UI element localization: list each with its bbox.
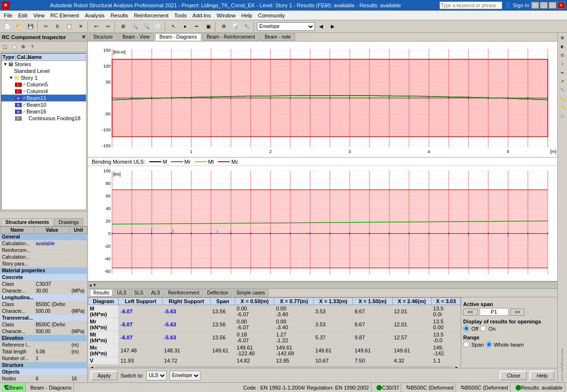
tree-column4[interactable]: C ✓ Column4 [1, 88, 86, 95]
tab-beam-diagrams[interactable]: Beam - Diagrams [155, 33, 201, 41]
prev-span-btn[interactable]: << [463, 308, 478, 316]
right-btn-10[interactable]: ⬚ [559, 112, 567, 120]
tab-beam-view[interactable]: Beam - View [118, 33, 155, 41]
help-btn[interactable]: ? [531, 2, 539, 9]
close-button[interactable]: Close [500, 371, 527, 380]
menu-help[interactable]: Help [239, 12, 255, 19]
toolbar-calc[interactable]: ⚙ [218, 21, 229, 32]
toolbar-prev[interactable]: ◀ [316, 21, 326, 32]
toolbar-zoom-all[interactable]: ⊞ [118, 21, 128, 32]
tree-footing18[interactable]: F Continuous Footing18 [1, 115, 86, 122]
tab-drawings[interactable]: Drawings [55, 218, 84, 226]
inspector-btn2[interactable]: 📋 [10, 42, 18, 51]
inspector-close[interactable]: ✕ [82, 34, 85, 40]
menu-tools[interactable]: Tools [171, 12, 190, 19]
right-btn-8[interactable]: 📐 [559, 95, 567, 102]
switch-to-select[interactable]: ULS SLS [146, 371, 167, 380]
display-off-radio[interactable] [463, 325, 469, 332]
menu-community[interactable]: Community [255, 12, 288, 19]
tree-standard-level[interactable]: Standard Level [1, 68, 86, 74]
res-tab-sls[interactable]: SLS [131, 289, 147, 296]
toolbar-zoom-out[interactable]: 🔍 [141, 21, 152, 32]
apply-button[interactable]: Apply [91, 371, 118, 380]
right-btn-9[interactable]: 📏 [559, 103, 567, 111]
toolbar-new[interactable]: 📄 [2, 21, 13, 32]
res-tab-results[interactable]: Results [90, 289, 113, 296]
right-btn-4[interactable]: ↕ [559, 60, 567, 68]
load-case-select[interactable]: Envelope [257, 22, 315, 31]
right-btn-6[interactable]: ↗ [559, 77, 567, 85]
toolbar-undo[interactable]: ↩ [91, 21, 101, 32]
menu-reinforcement[interactable]: Reinforcement [131, 12, 171, 19]
right-btn-2[interactable]: ◐ [559, 42, 567, 50]
range-span-radio[interactable] [463, 341, 469, 348]
res-tab-uls[interactable]: ULS [113, 289, 129, 296]
results-resize-handle[interactable]: ▲▼ [89, 283, 97, 287]
toolbar-select[interactable]: ↖ [168, 21, 179, 32]
menu-results[interactable]: Results [108, 12, 131, 19]
tree-beam11[interactable]: B ✓ Beam11 [1, 95, 86, 101]
toolbar-next[interactable]: ▶ [327, 21, 338, 32]
toolbar-reinforce[interactable]: 🔧 [241, 21, 252, 32]
menu-view[interactable]: View [30, 12, 48, 19]
table-horiz-scroll[interactable]: ◀ ▶ [88, 364, 461, 368]
inspector-btn3[interactable]: ⚙ [19, 42, 28, 51]
row-mc-span: 149.61 [211, 344, 235, 357]
toolbar-bar[interactable]: ━ [191, 21, 202, 32]
tree-stories[interactable]: ▼ 🏛 Stories [1, 61, 86, 68]
menu-edit[interactable]: Edit [15, 12, 30, 19]
tree-horiz-scroll[interactable] [0, 211, 87, 218]
next-span-btn[interactable]: >> [510, 308, 525, 316]
res-tab-reinforcement[interactable]: Reinforcement [165, 289, 203, 296]
close-btn[interactable]: ✕ [557, 2, 565, 9]
row-v-x6: 1.1 [431, 357, 460, 364]
sign-in-label[interactable]: Sign In [513, 2, 529, 8]
tree-beam16[interactable]: B ✓ Beam16 [1, 108, 86, 115]
range-whole-radio[interactable] [486, 341, 492, 348]
toolbar-node[interactable]: ● [180, 21, 190, 32]
toolbar-redo[interactable]: ↪ [102, 21, 113, 32]
toolbar-save[interactable]: 💾 [25, 21, 36, 32]
menu-add-ins[interactable]: Add-Ins [190, 12, 214, 19]
inspector-btn1[interactable]: 🏠 [0, 42, 9, 51]
tab-beam-note[interactable]: Beam - note [260, 33, 295, 41]
toolbar-paste[interactable]: 📋 [64, 21, 74, 32]
title-search-input[interactable] [439, 1, 502, 9]
toolbar-result[interactable]: 📊 [230, 21, 241, 32]
toolbar-cut[interactable]: ✂ [41, 21, 51, 32]
envelope-select[interactable]: Envelope [170, 371, 200, 380]
concrete-dot: ⬤ [376, 384, 382, 391]
display-on-radio[interactable] [480, 325, 486, 332]
tab-structure[interactable]: Structure [89, 33, 117, 41]
toolbar-zoom-in[interactable]: 🔍 [129, 21, 140, 32]
toolbar-zoom-window[interactable]: ⬜ [153, 21, 163, 32]
minimize-btn[interactable]: _ [540, 2, 548, 9]
toolbar-delete[interactable]: ✕ [75, 21, 86, 32]
right-btn-1[interactable]: ⊞ [559, 34, 567, 42]
menu-analysis[interactable]: Analysis [82, 12, 108, 19]
right-btn-7[interactable]: 🔧 [559, 86, 567, 94]
right-btn-3[interactable]: ⊡ [559, 51, 567, 59]
help-button[interactable]: Help [530, 371, 554, 380]
results-table-wrap[interactable]: Diagram Left Support Right Support Span … [88, 297, 461, 368]
span-input[interactable] [480, 308, 509, 316]
tab-structure-elements[interactable]: Structure elements [1, 218, 54, 226]
tab-beam-reinforcement[interactable]: Beam - Reinforcement [202, 33, 259, 41]
res-tab-simple-cases[interactable]: Simple cases [233, 289, 268, 296]
restore-btn[interactable]: □ [549, 2, 556, 9]
menu-rc-element[interactable]: RC Element [47, 12, 82, 19]
toolbar-copy[interactable]: ⎘ [52, 21, 63, 32]
res-tab-deflection[interactable]: Deflection [204, 289, 232, 296]
right-btn-5[interactable]: ⇔ [559, 69, 567, 76]
toolbar-panel[interactable]: ▣ [203, 21, 213, 32]
results-content: Diagram Left Support Right Support Span … [88, 297, 557, 368]
menu-file[interactable]: File [1, 12, 15, 19]
col4-label: Column4 [27, 88, 48, 94]
tree-story1[interactable]: ▼ 📁 Story 1 [1, 74, 86, 81]
tree-beam10[interactable]: B ✓ Beam10 [1, 101, 86, 108]
tree-column5[interactable]: C ✓ Column5 [1, 81, 86, 88]
res-tab-als[interactable]: ALS [148, 289, 164, 296]
menu-window[interactable]: Window [213, 12, 238, 19]
toolbar-open[interactable]: 📂 [14, 21, 24, 32]
inspector-btn4[interactable]: ? [28, 42, 37, 51]
